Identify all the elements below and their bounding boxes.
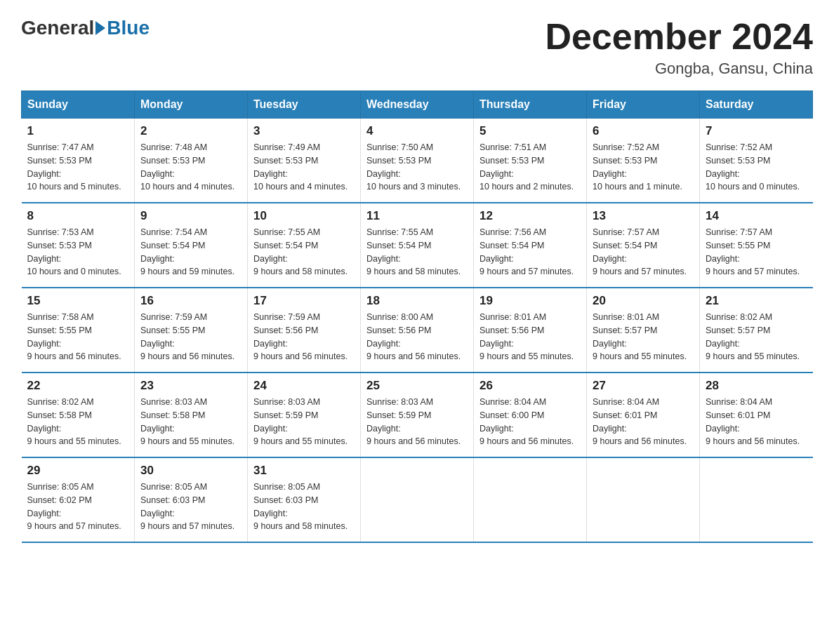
calendar-cell <box>474 457 587 542</box>
page-subtitle: Gongba, Gansu, China <box>545 60 813 78</box>
calendar-cell: 15 Sunrise: 7:58 AM Sunset: 5:55 PM Dayl… <box>22 288 135 373</box>
calendar-cell: 30 Sunrise: 8:05 AM Sunset: 6:03 PM Dayl… <box>135 457 248 542</box>
calendar-cell: 1 Sunrise: 7:47 AM Sunset: 5:53 PM Dayli… <box>22 119 135 203</box>
day-info: Sunrise: 7:47 AM Sunset: 5:53 PM Dayligh… <box>27 141 129 194</box>
header-thursday: Thursday <box>474 91 587 119</box>
day-info: Sunrise: 8:03 AM Sunset: 5:59 PM Dayligh… <box>253 396 355 448</box>
calendar-cell: 16 Sunrise: 7:59 AM Sunset: 5:55 PM Dayl… <box>135 288 248 373</box>
calendar-cell: 2 Sunrise: 7:48 AM Sunset: 5:53 PM Dayli… <box>135 119 248 203</box>
day-info: Sunrise: 8:05 AM Sunset: 6:03 PM Dayligh… <box>253 481 355 533</box>
day-number: 27 <box>593 379 694 393</box>
week-row-3: 15 Sunrise: 7:58 AM Sunset: 5:55 PM Dayl… <box>22 288 813 373</box>
day-number: 29 <box>27 464 129 478</box>
logo-general-text: General <box>21 17 94 39</box>
week-row-1: 1 Sunrise: 7:47 AM Sunset: 5:53 PM Dayli… <box>22 119 813 203</box>
day-number: 4 <box>366 124 468 138</box>
calendar-cell: 31 Sunrise: 8:05 AM Sunset: 6:03 PM Dayl… <box>248 457 361 542</box>
calendar-cell: 17 Sunrise: 7:59 AM Sunset: 5:56 PM Dayl… <box>248 288 361 373</box>
week-row-5: 29 Sunrise: 8:05 AM Sunset: 6:02 PM Dayl… <box>22 457 813 542</box>
calendar-cell: 6 Sunrise: 7:52 AM Sunset: 5:53 PM Dayli… <box>587 119 700 203</box>
logo-blue-text: Blue <box>107 17 150 39</box>
calendar-cell: 24 Sunrise: 8:03 AM Sunset: 5:59 PM Dayl… <box>248 373 361 457</box>
day-info: Sunrise: 7:56 AM Sunset: 5:54 PM Dayligh… <box>479 226 581 279</box>
day-number: 24 <box>253 379 355 393</box>
day-number: 20 <box>593 294 694 308</box>
day-info: Sunrise: 7:59 AM Sunset: 5:55 PM Dayligh… <box>140 311 241 363</box>
day-number: 30 <box>140 464 241 478</box>
page-header: General Blue December 2024 Gongba, Gansu… <box>21 17 813 78</box>
calendar-cell: 4 Sunrise: 7:50 AM Sunset: 5:53 PM Dayli… <box>361 119 474 203</box>
day-info: Sunrise: 7:52 AM Sunset: 5:53 PM Dayligh… <box>706 141 807 194</box>
calendar-cell: 13 Sunrise: 7:57 AM Sunset: 5:54 PM Dayl… <box>587 203 700 288</box>
week-row-4: 22 Sunrise: 8:02 AM Sunset: 5:58 PM Dayl… <box>22 373 813 457</box>
day-info: Sunrise: 7:58 AM Sunset: 5:55 PM Dayligh… <box>27 311 129 363</box>
day-info: Sunrise: 7:48 AM Sunset: 5:53 PM Dayligh… <box>140 141 241 194</box>
day-number: 16 <box>140 294 241 308</box>
day-info: Sunrise: 8:01 AM Sunset: 5:56 PM Dayligh… <box>479 311 581 363</box>
day-number: 15 <box>27 294 129 308</box>
calendar-cell: 18 Sunrise: 8:00 AM Sunset: 5:56 PM Dayl… <box>361 288 474 373</box>
calendar-cell: 19 Sunrise: 8:01 AM Sunset: 5:56 PM Dayl… <box>474 288 587 373</box>
day-info: Sunrise: 7:54 AM Sunset: 5:54 PM Dayligh… <box>140 226 241 279</box>
day-number: 19 <box>479 294 581 308</box>
day-number: 17 <box>253 294 355 308</box>
calendar-cell: 29 Sunrise: 8:05 AM Sunset: 6:02 PM Dayl… <box>22 457 135 542</box>
day-number: 7 <box>706 124 807 138</box>
calendar-cell: 22 Sunrise: 8:02 AM Sunset: 5:58 PM Dayl… <box>22 373 135 457</box>
day-number: 28 <box>706 379 807 393</box>
calendar-cell <box>587 457 700 542</box>
day-info: Sunrise: 8:04 AM Sunset: 6:01 PM Dayligh… <box>593 396 694 448</box>
day-number: 13 <box>593 209 694 223</box>
day-number: 14 <box>706 209 807 223</box>
day-number: 10 <box>253 209 355 223</box>
day-info: Sunrise: 8:02 AM Sunset: 5:57 PM Dayligh… <box>706 311 807 363</box>
day-number: 23 <box>140 379 241 393</box>
day-info: Sunrise: 7:49 AM Sunset: 5:53 PM Dayligh… <box>253 141 355 194</box>
calendar-cell: 28 Sunrise: 8:04 AM Sunset: 6:01 PM Dayl… <box>700 373 813 457</box>
header-friday: Friday <box>587 91 700 119</box>
day-number: 21 <box>706 294 807 308</box>
day-number: 18 <box>366 294 468 308</box>
calendar-cell: 10 Sunrise: 7:55 AM Sunset: 5:54 PM Dayl… <box>248 203 361 288</box>
day-info: Sunrise: 7:50 AM Sunset: 5:53 PM Dayligh… <box>366 141 468 194</box>
calendar-cell: 5 Sunrise: 7:51 AM Sunset: 5:53 PM Dayli… <box>474 119 587 203</box>
title-block: December 2024 Gongba, Gansu, China <box>545 17 813 78</box>
day-info: Sunrise: 8:04 AM Sunset: 6:01 PM Dayligh… <box>706 396 807 448</box>
day-info: Sunrise: 8:05 AM Sunset: 6:02 PM Dayligh… <box>27 481 129 533</box>
header-monday: Monday <box>135 91 248 119</box>
calendar-cell: 26 Sunrise: 8:04 AM Sunset: 6:00 PM Dayl… <box>474 373 587 457</box>
calendar-cell: 27 Sunrise: 8:04 AM Sunset: 6:01 PM Dayl… <box>587 373 700 457</box>
week-row-2: 8 Sunrise: 7:53 AM Sunset: 5:53 PM Dayli… <box>22 203 813 288</box>
day-info: Sunrise: 8:03 AM Sunset: 5:59 PM Dayligh… <box>366 396 468 448</box>
day-number: 9 <box>140 209 241 223</box>
day-info: Sunrise: 7:53 AM Sunset: 5:53 PM Dayligh… <box>27 226 129 279</box>
day-info: Sunrise: 7:51 AM Sunset: 5:53 PM Dayligh… <box>479 141 581 194</box>
day-info: Sunrise: 7:55 AM Sunset: 5:54 PM Dayligh… <box>253 226 355 279</box>
page-title: December 2024 <box>545 17 813 57</box>
calendar-cell <box>361 457 474 542</box>
calendar-cell: 12 Sunrise: 7:56 AM Sunset: 5:54 PM Dayl… <box>474 203 587 288</box>
day-info: Sunrise: 7:57 AM Sunset: 5:54 PM Dayligh… <box>593 226 694 279</box>
day-info: Sunrise: 8:04 AM Sunset: 6:00 PM Dayligh… <box>479 396 581 448</box>
day-info: Sunrise: 8:00 AM Sunset: 5:56 PM Dayligh… <box>366 311 468 363</box>
day-number: 26 <box>479 379 581 393</box>
calendar-cell: 20 Sunrise: 8:01 AM Sunset: 5:57 PM Dayl… <box>587 288 700 373</box>
calendar-cell <box>700 457 813 542</box>
day-number: 6 <box>593 124 694 138</box>
day-info: Sunrise: 7:55 AM Sunset: 5:54 PM Dayligh… <box>366 226 468 279</box>
day-number: 2 <box>140 124 241 138</box>
day-info: Sunrise: 8:03 AM Sunset: 5:58 PM Dayligh… <box>140 396 241 448</box>
calendar-cell: 7 Sunrise: 7:52 AM Sunset: 5:53 PM Dayli… <box>700 119 813 203</box>
header-wednesday: Wednesday <box>361 91 474 119</box>
calendar-cell: 8 Sunrise: 7:53 AM Sunset: 5:53 PM Dayli… <box>22 203 135 288</box>
day-info: Sunrise: 8:02 AM Sunset: 5:58 PM Dayligh… <box>27 396 129 448</box>
day-number: 8 <box>27 209 129 223</box>
calendar-cell: 21 Sunrise: 8:02 AM Sunset: 5:57 PM Dayl… <box>700 288 813 373</box>
day-info: Sunrise: 7:57 AM Sunset: 5:55 PM Dayligh… <box>706 226 807 279</box>
header-saturday: Saturday <box>700 91 813 119</box>
day-number: 22 <box>27 379 129 393</box>
logo-arrow-icon <box>95 21 105 35</box>
calendar-cell: 25 Sunrise: 8:03 AM Sunset: 5:59 PM Dayl… <box>361 373 474 457</box>
calendar-header-row: SundayMondayTuesdayWednesdayThursdayFrid… <box>22 91 813 119</box>
day-number: 5 <box>479 124 581 138</box>
